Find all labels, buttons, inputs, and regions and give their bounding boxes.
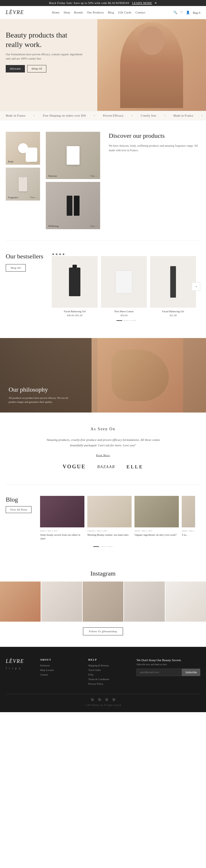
skincare-category-card[interactable]: Skincare View → <box>46 132 100 179</box>
bazaar-logo: BAZAAR <box>97 465 115 469</box>
nav-contact[interactable]: Contact <box>136 11 146 14</box>
skincare-label: Skincare <box>48 175 57 177</box>
blog-title-2[interactable]: Morning Beauty routine: our main rules <box>87 533 132 537</box>
instagram-item-1[interactable] <box>0 582 41 622</box>
products-col-right: Skincare View → Wellbeing View → <box>46 132 100 229</box>
nav-blog[interactable]: Blog <box>108 11 114 14</box>
nav-home[interactable]: Home <box>52 11 60 14</box>
wellbeing-view[interactable]: View → <box>90 225 98 227</box>
footer-top: LÈVRE f i t p y ABOUT Solutions Shop Loc… <box>6 658 200 685</box>
hero-text: Beauty products that really work. Our fo… <box>6 31 86 72</box>
banner-link[interactable]: LEARN MORE <box>132 1 152 5</box>
newsletter-input[interactable] <box>136 669 182 676</box>
blog-dots <box>6 546 200 547</box>
shop-all-button[interactable]: Shop All <box>6 264 26 272</box>
bottle-icon-3 <box>170 266 176 298</box>
view-all-posts-button[interactable]: View All Posts <box>6 506 32 513</box>
footer-tw-icon[interactable]: ⬛ <box>105 699 108 701</box>
product-item-1: Facial Balancing Gel $40.00–$91.00 <box>52 256 98 317</box>
about-solutions[interactable]: Solutions <box>40 664 83 667</box>
instagram-icon[interactable]: i <box>9 666 10 670</box>
help-privacy[interactable]: Privacy Policy <box>89 682 131 685</box>
blog-header: Blog View All Posts Beauty • May 2, 2021… <box>6 496 200 540</box>
skincare-button[interactable]: Skincare <box>6 65 25 72</box>
hero-title: Beauty products that really work. <box>6 31 86 49</box>
marquee-item: Cruelty free <box>141 114 156 117</box>
bestsellers-title: Our bestsellers Shop All <box>6 252 43 272</box>
help-faq[interactable]: FAQ <box>89 673 131 676</box>
blog-meta-1: Beauty • May 2, 2021 <box>40 530 84 532</box>
marquee-item: Proven Efficacy <box>103 114 124 117</box>
pinterest-icon[interactable]: p <box>15 666 16 670</box>
facebook-icon[interactable]: f <box>6 666 7 670</box>
twitter-icon[interactable]: t <box>12 666 13 670</box>
shop-all-button[interactable]: Shop All <box>27 65 46 72</box>
nav-gift[interactable]: Gift Cards <box>118 11 132 14</box>
products-carousel: Facial Balancing Gel $40.00–$91.00 Post … <box>52 256 200 317</box>
product-price-1: $40.00–$91.00 <box>52 314 98 317</box>
follow-instagram-button[interactable]: Follow Us @beautishop <box>83 627 123 636</box>
nav-logo[interactable]: LÈVRE <box>6 9 24 16</box>
blog-title-1[interactable]: Some beauty secrets from our editor in c… <box>40 533 84 540</box>
nav-icons: 🔍 ♡ 👤 Bag 0 <box>173 10 200 14</box>
skincare-view[interactable]: View → <box>90 175 98 177</box>
blog-title-3[interactable]: Organic ingredients: do they even work? <box>135 533 179 537</box>
fragrance-view[interactable]: View → <box>30 196 38 199</box>
youtube-icon[interactable]: y <box>19 666 20 670</box>
account-icon[interactable]: 👤 <box>186 10 190 14</box>
body-view[interactable]: View → <box>30 160 38 163</box>
dot-3 <box>130 320 136 321</box>
as-seen-on-heading: As Seen On <box>6 427 200 431</box>
instagram-item-5[interactable] <box>165 582 206 622</box>
footer-ig-icon[interactable]: ⬛ <box>98 699 101 701</box>
philosophy-heading: Our philosophy <box>9 386 71 393</box>
newsletter-subscribe-button[interactable]: Subscribe <box>182 669 200 676</box>
elle-logo: ELLE <box>127 464 143 469</box>
footer-newsletter: We Don't Keep Our Beauty Secrets Subscri… <box>136 658 200 685</box>
nav-shop[interactable]: Shop <box>64 11 70 14</box>
footer-copyright: © 2021 Beauty Ltd. All rights reserved <box>6 704 200 707</box>
footer-about-links: Solutions Shop Locator Contact <box>40 664 83 676</box>
blog-section: Blog View All Posts Beauty • May 2, 2021… <box>0 485 206 558</box>
instagram-item-3[interactable] <box>83 582 123 622</box>
read-more-link[interactable]: Read More <box>96 454 110 457</box>
instagram-item-4[interactable] <box>124 582 165 622</box>
bottle-icon-1 <box>69 268 80 296</box>
footer-about-col: ABOUT Solutions Shop Locator Contact <box>40 658 83 685</box>
carousel-next[interactable]: → <box>192 282 200 291</box>
wellbeing-category-card[interactable]: Wellbeing View → <box>46 182 100 229</box>
footer-links: ABOUT Solutions Shop Locator Contact HEL… <box>40 658 200 685</box>
footer-help-links: Shipping & Returns Track Order FAQ Terms… <box>89 664 131 685</box>
wishlist-icon[interactable]: ♡ <box>180 10 183 14</box>
product-price-2: $56.00 <box>101 314 147 317</box>
nav-brands[interactable]: Brands <box>74 11 83 14</box>
footer-fb-icon[interactable]: ⬛ <box>91 699 94 701</box>
hero-subtitle: Our formulations have proven efficacy, c… <box>6 52 86 61</box>
bag-icon[interactable]: Bag 0 <box>193 11 200 14</box>
blog-title-4[interactable]: S m... <box>182 533 195 537</box>
nav-links: Home Shop Brands Our Products Blog Gift … <box>52 11 145 14</box>
marquee-inner: Made in France • Free Shipping on orders… <box>0 114 206 117</box>
instagram-item-2[interactable] <box>41 582 82 622</box>
help-track[interactable]: Track Order <box>89 669 131 672</box>
footer-about-heading: ABOUT <box>40 658 83 661</box>
help-terms[interactable]: Terms & Conditions <box>89 678 131 681</box>
footer-pt-icon[interactable]: ⬛ <box>112 699 115 701</box>
help-shipping[interactable]: Shipping & Returns <box>89 664 131 667</box>
search-icon[interactable]: 🔍 <box>173 10 177 14</box>
hero-model <box>120 22 183 108</box>
carousel-dots <box>52 320 200 321</box>
about-shop-locator[interactable]: Shop Locator <box>40 669 83 672</box>
wellbeing-label: Wellbeing <box>48 225 59 227</box>
footer-brand: LÈVRE f i t p y <box>6 658 34 685</box>
blog-title-area: Blog View All Posts <box>6 496 32 513</box>
bestsellers-header: Our bestsellers Shop All ★★★★ Facial Bal… <box>6 252 200 321</box>
fragrance-category-card[interactable]: Fragrance View → <box>6 167 40 200</box>
product-img-2 <box>101 256 147 308</box>
about-contact[interactable]: Contact <box>40 673 83 676</box>
blog-card-2: Fragrance • May 2, 2021 Morning Beauty r… <box>87 496 132 540</box>
product-item-2: Post Shave Lotion $56.00 <box>101 256 147 317</box>
blog-img-1 <box>40 496 84 527</box>
body-category-card[interactable]: Body View → <box>6 132 40 165</box>
nav-products[interactable]: Our Products <box>87 11 104 14</box>
